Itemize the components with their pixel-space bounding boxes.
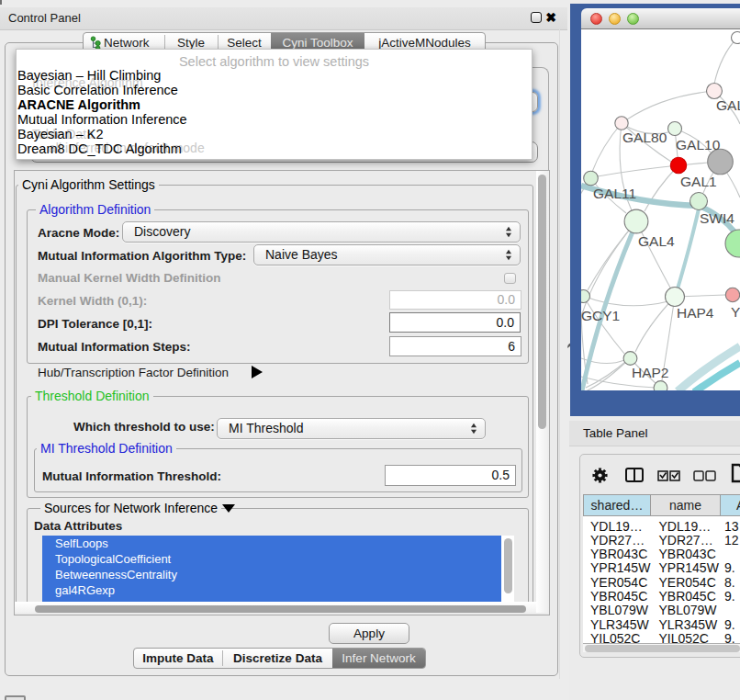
svg-text:GAL4: GAL4 [638, 233, 675, 249]
svg-text:GAL1: GAL1 [680, 174, 717, 189]
svg-text:HAP2: HAP2 [632, 365, 669, 380]
svg-text:HAP4: HAP4 [677, 305, 714, 321]
svg-text:SWI4: SWI4 [700, 210, 734, 226]
svg-text:GAL11: GAL11 [593, 186, 636, 201]
svg-text:GAL80: GAL80 [622, 130, 667, 145]
svg-text:GCY1: GCY1 [581, 308, 620, 323]
svg-text:GAL: GAL [716, 97, 740, 113]
svg-text:Y: Y [731, 304, 740, 320]
svg-text:GAL10: GAL10 [676, 137, 721, 152]
